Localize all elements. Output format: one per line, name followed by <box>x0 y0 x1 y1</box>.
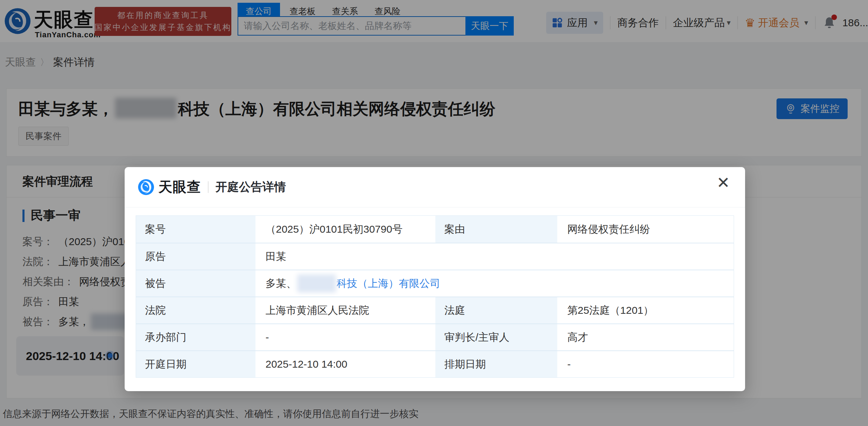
table-label-cell: 承办部门 <box>136 324 255 350</box>
table-row: 承办部门 - 审判长/主审人 高才 <box>136 323 734 350</box>
modal-brand-name: 天眼查 <box>158 177 201 196</box>
table-label-cell: 案号 <box>136 216 255 243</box>
table-row: 法院 上海市黄浦区人民法院 法庭 第25法庭（1201） <box>136 297 734 323</box>
hearing-detail-table: 案号 （2025）沪0101民初30790号 案由 网络侵权责任纠纷 原告 田某… <box>136 215 734 378</box>
table-label-cell: 法院 <box>136 297 255 323</box>
table-row: 开庭日期 2025-12-10 14:00 排期日期 - <box>136 350 734 377</box>
table-value-cell: 网络侵权责任纠纷 <box>558 216 734 243</box>
table-value-cell: 田某 <box>257 243 734 270</box>
modal-title: 开庭公告详情 <box>215 179 286 195</box>
table-label-cell: 法庭 <box>435 297 557 323</box>
table-value-cell: 多某、 科技（上海）有限公司 <box>257 270 734 297</box>
table-value-cell: 上海市黄浦区人民法院 <box>257 297 434 323</box>
modal-header-divider <box>208 181 209 193</box>
table-row: 被告 多某、 科技（上海）有限公司 <box>136 270 734 297</box>
table-label-cell: 案由 <box>435 216 557 243</box>
table-value-cell: （2025）沪0101民初30790号 <box>257 216 434 243</box>
defendant-company-link[interactable]: 科技（上海）有限公司 <box>337 277 440 291</box>
table-value-cell: 2025-12-10 14:00 <box>257 351 434 377</box>
table-value-cell: 第25法庭（1201） <box>558 297 734 323</box>
table-label-cell: 审判长/主审人 <box>435 324 557 350</box>
modal-header-line <box>125 207 745 207</box>
tianyancha-logo-icon <box>138 179 154 195</box>
modal-header: 天眼查 开庭公告详情 <box>138 177 286 196</box>
table-label-cell: 被告 <box>136 270 255 297</box>
table-label-cell: 排期日期 <box>435 351 557 377</box>
table-value-cell: 高才 <box>558 324 734 350</box>
defendant-person: 多某、 <box>266 277 297 291</box>
table-value-cell: - <box>558 351 734 377</box>
redacted-company-name <box>297 274 336 292</box>
table-row: 案号 （2025）沪0101民初30790号 案由 网络侵权责任纠纷 <box>136 216 734 243</box>
table-row: 原告 田某 <box>136 243 734 270</box>
table-value-cell: - <box>257 324 434 350</box>
close-icon[interactable]: ✕ <box>716 175 730 191</box>
hearing-detail-modal: 天眼查 开庭公告详情 ✕ 案号 （2025）沪0101民初30790号 案由 网… <box>125 167 745 391</box>
table-label-cell: 开庭日期 <box>136 351 255 377</box>
table-label-cell: 原告 <box>136 243 255 270</box>
